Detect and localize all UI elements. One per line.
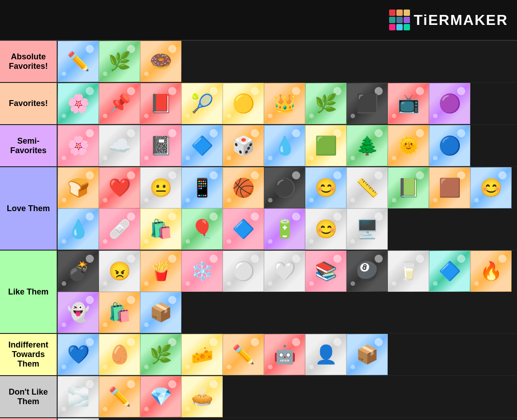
tier-item-sun[interactable]: 🌞 (388, 125, 429, 166)
tier-item-donut[interactable]: 🍩 (140, 41, 181, 82)
tier-item-face[interactable]: 😊 (305, 208, 346, 250)
tier-item-grey-face[interactable]: 😐 (140, 167, 181, 208)
tier-row-like: Like Them💣😠🍟❄️⚪🤍📚🎱🥛🔷🔥👻🛍️📦 (0, 251, 517, 334)
tier-row-absolute: Absolute Favorites!✏️🌿🍩 (0, 41, 517, 83)
tier-item-white[interactable]: 🤍 (264, 251, 305, 292)
tier-item-bandage[interactable]: 🩹 (99, 208, 140, 250)
tier-item-rocky[interactable]: 🪨 (58, 418, 99, 420)
tier-item-book[interactable]: 📕 (140, 83, 181, 124)
tier-item-green-book[interactable]: 📗 (388, 167, 429, 208)
tier-label-indifferent: Indifferent Towards Them (0, 334, 58, 375)
tier-items-indifferent: 💙🥚🌿🧀✏️🤖👤📦 (58, 334, 517, 375)
tier-item-milk[interactable]: 🥛 (388, 251, 429, 292)
tier-items-dontlike: 🌫️✏️💎🥧 (58, 376, 517, 417)
tier-item-phone[interactable]: 📱 (181, 167, 223, 208)
tier-item-pie[interactable]: 🥧 (181, 376, 223, 417)
tier-row-favorites: Favorites!🌸📌📕🎾🟡👑🌿⬛📺🟣 (0, 83, 517, 125)
tier-item-tv[interactable]: 📺 (388, 83, 429, 124)
tier-item-cheese[interactable]: 🧀 (181, 334, 223, 375)
tier-item-brown-box[interactable]: 🟫 (429, 167, 470, 208)
tier-item-teardrop[interactable]: 💧 (264, 125, 305, 166)
tier-item-box2[interactable]: 📦 (346, 334, 388, 375)
tier-row-indifferent: Indifferent Towards Them💙🥚🌿🧀✏️🤖👤📦 (0, 334, 517, 376)
tier-item-battery[interactable]: 🔋 (264, 208, 305, 250)
tier-label-rocky: Rocky… (0, 418, 58, 420)
tier-item-smiley[interactable]: 😊 (305, 167, 346, 208)
tier-item-balloon[interactable]: 🎈 (181, 208, 223, 250)
tier-label-semi: Semi-Favorites (0, 125, 58, 166)
tier-item-basketball[interactable]: 🏀 (223, 167, 264, 208)
tier-item-snowflake[interactable]: ❄️ (181, 251, 223, 292)
tier-item-square[interactable]: 🟩 (305, 125, 346, 166)
tier-item-tennis-ball[interactable]: 🎾 (181, 83, 223, 124)
tier-items-love: 🍞❤️😐📱🏀⚫😊📏📗🟫😊💧🩹🛍️🎈🔷🔋😊🖥️ (58, 167, 517, 250)
tier-item-computer[interactable]: 🖥️ (346, 208, 388, 250)
tier-item-person[interactable]: 👤 (305, 334, 346, 375)
tier-item-teal-diamond[interactable]: 🔷 (429, 251, 470, 292)
tier-item-lollipop[interactable]: 🟡 (223, 83, 264, 124)
tier-item-pink-diamond[interactable]: 🔷 (223, 208, 264, 250)
tier-item-cloud[interactable]: ☁️ (99, 125, 140, 166)
tier-item-cloudy[interactable]: 🌫️ (58, 376, 99, 417)
tier-item-ruler[interactable]: 📏 (346, 167, 388, 208)
tier-item-fire[interactable]: 🔥 (470, 251, 512, 292)
tier-label-love: Love Them (0, 167, 58, 250)
tier-items-rocky: 🪨 (58, 418, 517, 420)
tier-label-dontlike: Don't Like Them (0, 376, 58, 417)
tier-item-purple[interactable]: 🟣 (429, 83, 470, 124)
tier-item-grass[interactable]: 🌿 (140, 334, 181, 375)
tier-item-fries[interactable]: 🍟 (140, 251, 181, 292)
tier-item-bag[interactable]: 🛍️ (140, 208, 181, 250)
header: TiERMAKER (0, 0, 517, 41)
tier-items-like: 💣😠🍟❄️⚪🤍📚🎱🥛🔷🔥👻🛍️📦 (58, 251, 517, 333)
tier-item-ball[interactable]: 🔵 (429, 125, 470, 166)
tier-item-box[interactable]: 📦 (140, 292, 181, 333)
tier-item-diamond[interactable]: 🔷 (181, 125, 223, 166)
tier-item-pin[interactable]: 📌 (99, 83, 140, 124)
tier-item-smiley2[interactable]: 😊 (470, 167, 512, 208)
tier-item-tree[interactable]: 🌲 (346, 125, 388, 166)
logo-grid (389, 10, 410, 30)
tier-item-robot[interactable]: 🤖 (264, 334, 305, 375)
tier-item-flower[interactable]: 🌸 (58, 83, 99, 124)
tier-item-black[interactable]: ⚫ (264, 167, 305, 208)
tier-label-like: Like Them (0, 251, 58, 333)
tier-row-love: Love Them🍞❤️😐📱🏀⚫😊📏📗🟫😊💧🩹🛍️🎈🔷🔋😊🖥️ (0, 167, 517, 251)
tier-item-red-gem[interactable]: 💎 (140, 376, 181, 417)
tier-item-golf-ball[interactable]: ⚪ (223, 251, 264, 292)
tier-row-semi: Semi-Favorites🌸☁️📓🔷🎲💧🟩🌲🌞🔵 (0, 125, 517, 167)
tier-label-absolute: Absolute Favorites! (0, 41, 58, 82)
tier-item-pencil2[interactable]: ✏️ (223, 334, 264, 375)
tier-item-angry-face[interactable]: 😠 (99, 251, 140, 292)
logo-text: TiERMAKER (414, 12, 508, 29)
tier-item-notebook[interactable]: 📓 (140, 125, 181, 166)
tier-item-teardrop2[interactable]: 💧 (58, 208, 99, 250)
tier-item-8ball[interactable]: 🎱 (346, 251, 388, 292)
tier-items-absolute: ✏️🌿🍩 (58, 41, 517, 82)
tier-item-die[interactable]: 🎲 (223, 125, 264, 166)
tier-row-rocky: Rocky…🪨 (0, 418, 517, 420)
tier-item-egg[interactable]: 🥚 (99, 334, 140, 375)
tier-item-bread[interactable]: 🍞 (58, 167, 99, 208)
tiermaker-logo: TiERMAKER (389, 10, 508, 30)
tier-item-pencil3[interactable]: ✏️ (99, 376, 140, 417)
tier-item-crown[interactable]: 👑 (264, 83, 305, 124)
tier-table: Absolute Favorites!✏️🌿🍩Favorites!🌸📌📕🎾🟡👑🌿… (0, 41, 517, 420)
tier-item-black-hole[interactable]: ⬛ (346, 83, 388, 124)
tier-item-leafy[interactable]: 🌿 (99, 41, 140, 82)
tier-row-dontlike: Don't Like Them🌫️✏️💎🥧 (0, 376, 517, 418)
tier-item-books[interactable]: 📚 (305, 251, 346, 292)
tier-label-favorites: Favorites! (0, 83, 58, 124)
tier-item-ghost[interactable]: 👻 (58, 292, 99, 333)
tier-items-semi: 🌸☁️📓🔷🎲💧🟩🌲🌞🔵 (58, 125, 517, 166)
tier-item-pencil[interactable]: ✏️ (58, 41, 99, 82)
tier-item-flower[interactable]: 🌸 (58, 125, 99, 166)
tier-item-heart[interactable]: ❤️ (99, 167, 140, 208)
tier-item-leafy2[interactable]: 🌿 (305, 83, 346, 124)
tier-item-blueberry[interactable]: 💙 (58, 334, 99, 375)
tier-item-bomb[interactable]: 💣 (58, 251, 99, 292)
tier-items-favorites: 🌸📌📕🎾🟡👑🌿⬛📺🟣 (58, 83, 517, 124)
tier-item-tea-bag[interactable]: 🛍️ (99, 292, 140, 333)
